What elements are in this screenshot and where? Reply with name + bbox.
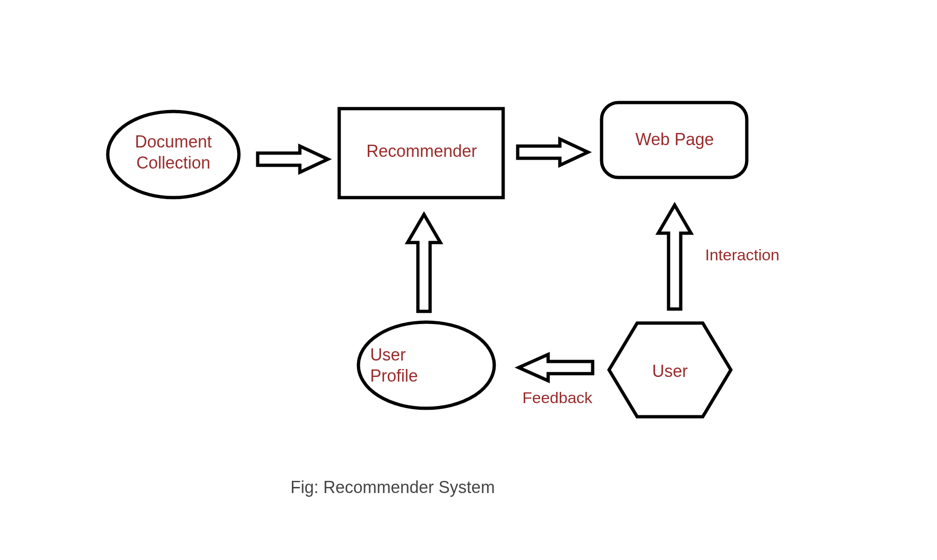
node-recommender-label: Recommender (342, 140, 501, 162)
arrow-user-to-webpage (654, 201, 696, 314)
arrow-user-to-userprofile (513, 351, 597, 384)
svg-marker-6 (518, 139, 588, 165)
node-document-collection-label: Document Collection (108, 131, 239, 173)
svg-marker-7 (408, 214, 440, 311)
node-user-profile-label: User Profile (370, 344, 464, 386)
svg-marker-5 (258, 146, 328, 172)
edge-label-interaction: Interaction (705, 246, 780, 264)
svg-marker-9 (519, 354, 593, 381)
arrow-userprofile-to-recommender (403, 211, 445, 316)
diagram-canvas: Document Collection Recommender Web Page… (0, 0, 937, 560)
svg-marker-8 (658, 205, 691, 309)
arrow-recommender-to-webpage (513, 136, 593, 169)
node-user-label: User (609, 361, 731, 382)
arrow-doc-to-recommender (253, 143, 333, 176)
figure-caption: Fig: Recommender System (290, 478, 495, 497)
node-web-page-label: Web Page (604, 129, 745, 150)
edge-label-feedback: Feedback (522, 389, 592, 407)
